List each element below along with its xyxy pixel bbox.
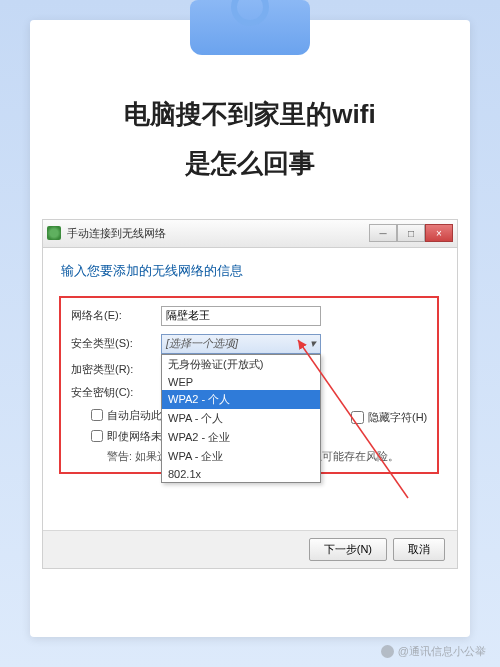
window-titlebar: 手动连接到无线网络 ─ □ × (43, 220, 457, 248)
minimize-button[interactable]: ─ (369, 224, 397, 242)
close-button[interactable]: × (425, 224, 453, 242)
hide-chars-checkbox[interactable] (351, 411, 364, 424)
watermark-icon (381, 645, 394, 658)
headline-line1: 电脑搜不到家里的wifi (60, 90, 440, 139)
dialog-screenshot: 手动连接到无线网络 ─ □ × 输入您要添加的无线网络的信息 网络名(E): 安… (42, 219, 458, 569)
maximize-button[interactable]: □ (397, 224, 425, 242)
cancel-button[interactable]: 取消 (393, 538, 445, 561)
auto-connect-checkbox[interactable] (91, 409, 103, 421)
window-title: 手动连接到无线网络 (67, 226, 166, 241)
dropdown-option[interactable]: WEP (162, 374, 320, 390)
window-icon (47, 226, 61, 240)
watermark: @通讯信息小公举 (381, 644, 486, 659)
network-name-input[interactable] (161, 306, 321, 326)
connect-hidden-checkbox[interactable] (91, 430, 103, 442)
dropdown-option[interactable]: WPA2 - 个人 (162, 390, 320, 409)
dropdown-option[interactable]: WPA - 企业 (162, 447, 320, 466)
hide-chars-label: 隐藏字符(H) (368, 410, 427, 425)
dialog-body: 输入您要添加的无线网络的信息 网络名(E): 安全类型(S): [选择一个选项]… (43, 248, 457, 530)
headline-line2: 是怎么回事 (60, 139, 440, 188)
clip-decoration (190, 0, 310, 55)
chevron-down-icon: ▾ (310, 337, 316, 350)
security-type-label: 安全类型(S): (71, 336, 161, 351)
security-type-dropdown[interactable]: [选择一个选项] ▾ (161, 334, 321, 354)
watermark-text: @通讯信息小公举 (398, 644, 486, 659)
dialog-footer: 下一步(N) 取消 (43, 530, 457, 568)
hide-chars-checkbox-row: 隐藏字符(H) (351, 410, 427, 425)
dropdown-option[interactable]: 无身份验证(开放式) (162, 355, 320, 374)
network-name-label: 网络名(E): (71, 308, 161, 323)
dropdown-option[interactable]: WPA2 - 企业 (162, 428, 320, 447)
security-type-dropdown-list: 无身份验证(开放式)WEPWPA2 - 个人WPA - 个人WPA2 - 企业W… (161, 354, 321, 483)
encryption-type-label: 加密类型(R): (71, 362, 161, 377)
next-button[interactable]: 下一步(N) (309, 538, 387, 561)
clipboard-card: 电脑搜不到家里的wifi 是怎么回事 手动连接到无线网络 ─ □ × 输入您要添… (30, 20, 470, 637)
highlighted-form-area: 网络名(E): 安全类型(S): [选择一个选项] ▾ 无身份验证(开放式)WE… (59, 296, 439, 474)
security-key-label: 安全密钥(C): (71, 385, 161, 400)
dropdown-option[interactable]: WPA - 个人 (162, 409, 320, 428)
dropdown-option[interactable]: 802.1x (162, 466, 320, 482)
dialog-heading: 输入您要添加的无线网络的信息 (61, 262, 439, 280)
dropdown-placeholder: [选择一个选项] (166, 336, 238, 351)
